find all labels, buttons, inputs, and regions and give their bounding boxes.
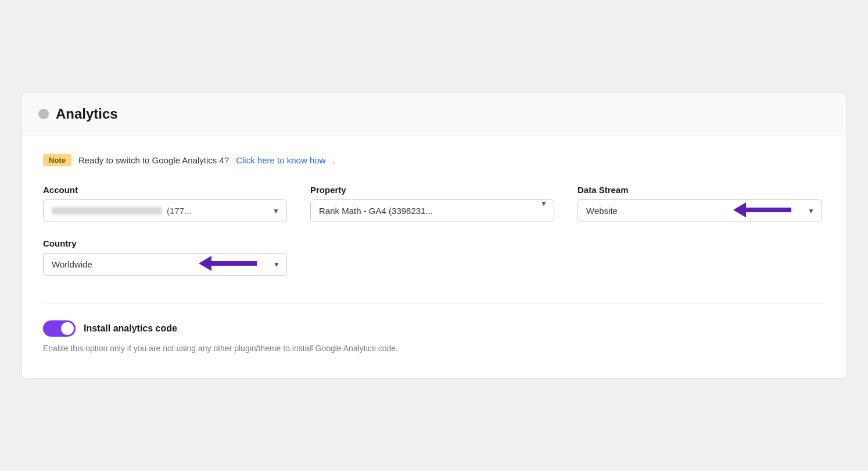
account-suffix: (177... [167,206,192,216]
analytics-code-toggle[interactable] [43,320,76,337]
page-title: Analytics [56,106,118,122]
property-label: Property [310,185,554,195]
country-select-wrapper: Worldwide ▼ [43,253,287,276]
toggle-section: Install analytics code Enable this optio… [43,304,825,355]
country-select[interactable]: Worldwide [43,253,287,276]
note-badge: Note [43,154,71,166]
datastream-select-wrapper: Website ▼ [578,199,822,222]
property-select[interactable]: Rank Math - GA4 (3398231... [310,199,554,222]
toggle-label: Install analytics code [84,323,177,334]
note-text: Ready to switch to Google Analytics 4? [78,155,229,165]
country-row: Country Worldwide ▼ [43,238,825,276]
toggle-description: Enable this option only if you are not u… [43,342,825,355]
country-field-group: Country Worldwide ▼ [43,238,287,276]
datastream-select[interactable]: Website [578,199,822,222]
card-header: Analytics [22,93,846,135]
analytics-card: Analytics Note Ready to switch to Google… [21,92,847,379]
note-suffix: . [332,155,335,165]
note-link[interactable]: Click here to know how [236,155,325,165]
account-field-group: Account (177... ▼ [43,185,287,222]
toggle-slider [43,320,76,337]
toggle-row: Install analytics code [43,320,825,337]
account-chevron-icon: ▼ [272,207,279,215]
account-select[interactable]: (177... ▼ [43,199,287,222]
country-label: Country [43,238,287,248]
note-bar: Note Ready to switch to Google Analytics… [43,154,825,166]
property-select-wrapper: Rank Math - GA4 (3398231... ▼ [310,199,554,222]
header-dot [38,109,49,119]
property-field-group: Property Rank Math - GA4 (3398231... ▼ [310,185,554,222]
account-blurred-value [52,207,162,215]
card-body: Note Ready to switch to Google Analytics… [22,135,846,378]
datastream-field-group: Data Stream Website ▼ [578,185,822,222]
datastream-label: Data Stream [578,185,822,195]
fields-row-1: Account (177... ▼ Property Rank Math - G… [43,185,825,222]
account-label: Account [43,185,287,195]
